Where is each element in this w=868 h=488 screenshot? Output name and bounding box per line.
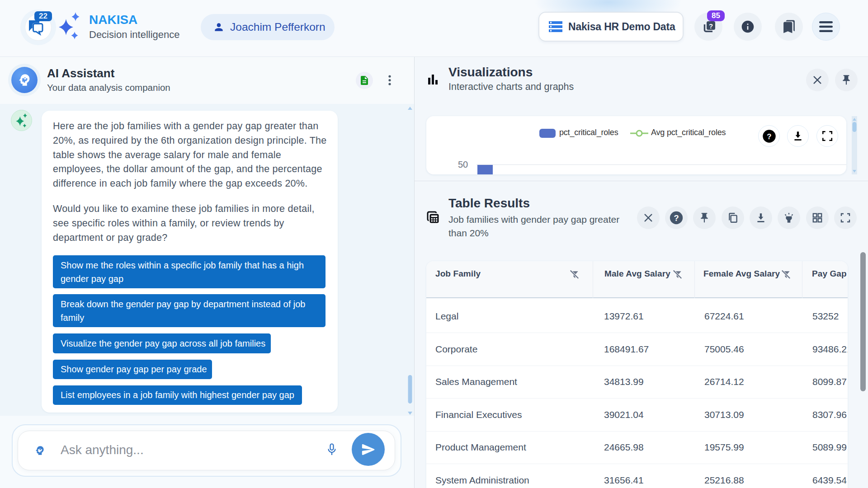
svg-text:?: ? (767, 132, 771, 141)
svg-text:?: ? (709, 22, 713, 30)
svg-text:?: ? (674, 213, 679, 223)
